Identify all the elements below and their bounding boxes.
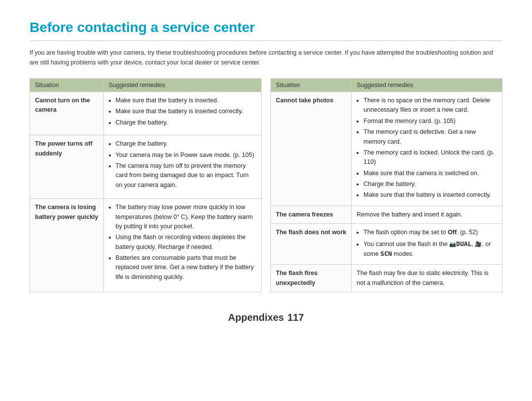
situation-label: Cannot take photos <box>271 92 352 206</box>
situation-label: Cannot turn on thecamera <box>30 92 104 135</box>
right-col-remedies: Suggested remedies <box>352 79 502 92</box>
remedies-cell: The flash option may be set to Off. (p. … <box>352 224 502 265</box>
left-col-situation: Situation <box>30 79 104 92</box>
right-table: Situation Suggested remedies Cannot take… <box>270 78 502 292</box>
table-row: Cannot take photos There is no space on … <box>271 92 502 206</box>
situation-label: The power turns offsuddenly <box>30 135 104 199</box>
footer-page: 117 <box>288 312 304 323</box>
remedies-cell: Make sure that the battery is inserted. … <box>103 92 261 135</box>
table-row: Cannot turn on thecamera Make sure that … <box>30 92 262 135</box>
table-row: The flash does not work The flash option… <box>271 224 502 265</box>
table-row: The camera freezes Remove the battery an… <box>271 206 502 223</box>
intro-text: If you are having trouble with your came… <box>30 48 502 67</box>
footer: Appendixes 117 <box>30 312 502 323</box>
left-table: Situation Suggested remedies Cannot turn… <box>30 78 262 292</box>
situation-label: The camera is losingbattery power quickl… <box>30 199 104 292</box>
situation-label: The flash does not work <box>271 224 352 265</box>
footer-text: Appendixes <box>228 312 284 323</box>
tables-wrapper: Situation Suggested remedies Cannot turn… <box>30 78 502 292</box>
situation-label: The camera freezes <box>271 206 352 223</box>
left-col-remedies: Suggested remedies <box>103 79 261 92</box>
situation-label: The flash firesunexpectedly <box>271 265 352 292</box>
remedies-cell: Charge the battery. Your camera may be i… <box>103 135 261 199</box>
remedies-cell: Remove the battery and insert it again. <box>352 206 502 223</box>
remedies-cell: The flash may fire due to static electri… <box>352 265 502 292</box>
table-row: The flash firesunexpectedly The flash ma… <box>271 265 502 292</box>
page-title: Before contacting a service center <box>30 20 502 41</box>
table-row: The power turns offsuddenly Charge the b… <box>30 135 262 199</box>
right-col-situation: Situation <box>271 79 352 92</box>
remedies-cell: The battery may lose power more quickly … <box>103 199 261 292</box>
table-row: The camera is losingbattery power quickl… <box>30 199 262 292</box>
remedies-cell: There is no space on the memory card. De… <box>352 92 502 206</box>
